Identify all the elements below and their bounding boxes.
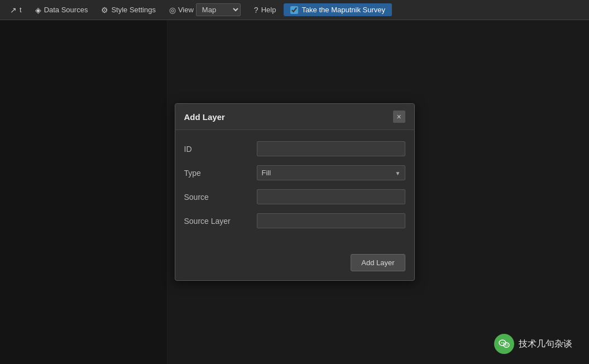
nav-view-label: View — [178, 6, 194, 14]
add-layer-button[interactable]: Add Layer — [351, 254, 405, 271]
type-select-wrap: Fill Line Symbol Circle Heatmap Fill Ext… — [257, 165, 405, 180]
view-icon: ◎ — [169, 6, 176, 15]
wechat-text: 技术几句杂谈 — [519, 338, 572, 350]
form-row-id: ID — [184, 141, 405, 156]
export-icon: ↗ — [10, 6, 17, 15]
modal-close-button[interactable]: × — [393, 111, 405, 123]
help-icon: ? — [254, 6, 258, 15]
type-select[interactable]: Fill Line Symbol Circle Heatmap Fill Ext… — [257, 165, 405, 180]
form-row-source-layer: Source Layer — [184, 213, 405, 228]
id-label: ID — [184, 145, 257, 154]
modal-title: Add Layer — [184, 112, 225, 122]
wechat-watermark: 技术几句杂谈 — [494, 334, 572, 354]
nav-export-label: t — [20, 6, 22, 14]
modal-header: Add Layer × — [175, 104, 414, 130]
svg-point-5 — [507, 344, 508, 346]
source-layer-input[interactable] — [257, 213, 405, 228]
view-select[interactable]: Map Code Diff — [196, 3, 241, 16]
database-icon: ◈ — [35, 6, 41, 15]
source-layer-label: Source Layer — [184, 217, 257, 226]
main-area: Add Layer × ID Type Fill Line — [0, 20, 589, 364]
gear-icon: ⚙ — [101, 6, 108, 15]
add-layer-modal: Add Layer × ID Type Fill Line — [175, 103, 415, 281]
nav-export[interactable]: ↗ t — [4, 3, 27, 17]
form-row-source: Source — [184, 189, 405, 204]
nav-help-label: Help — [261, 6, 276, 14]
nav-view[interactable]: ◎ View Map Code Diff — [164, 1, 246, 18]
nav-data-sources-label: Data Sources — [44, 6, 88, 14]
top-nav: ↗ t ◈ Data Sources ⚙ Style Settings ◎ Vi… — [0, 0, 589, 20]
survey-button[interactable]: Take the Maputnik Survey — [284, 3, 392, 16]
svg-point-1 — [501, 342, 502, 343]
id-input[interactable] — [257, 141, 405, 156]
modal-overlay: Add Layer × ID Type Fill Line — [0, 20, 589, 364]
svg-point-4 — [505, 344, 506, 346]
source-label: Source — [184, 193, 257, 202]
svg-point-2 — [503, 342, 504, 343]
nav-style-settings-label: Style Settings — [111, 6, 156, 14]
nav-help[interactable]: ? Help — [248, 3, 282, 17]
modal-footer: Add Layer — [175, 248, 414, 280]
nav-style-settings[interactable]: ⚙ Style Settings — [95, 3, 161, 17]
wechat-icon — [494, 334, 514, 354]
form-row-type: Type Fill Line Symbol Circle Heatmap Fil… — [184, 165, 405, 180]
source-input[interactable] — [257, 189, 405, 204]
survey-checkbox[interactable] — [290, 6, 298, 14]
nav-data-sources[interactable]: ◈ Data Sources — [30, 3, 94, 17]
survey-label: Take the Maputnik Survey — [301, 6, 385, 14]
modal-body: ID Type Fill Line Symbol Circle Heatmap … — [175, 130, 414, 248]
type-label: Type — [184, 169, 257, 178]
